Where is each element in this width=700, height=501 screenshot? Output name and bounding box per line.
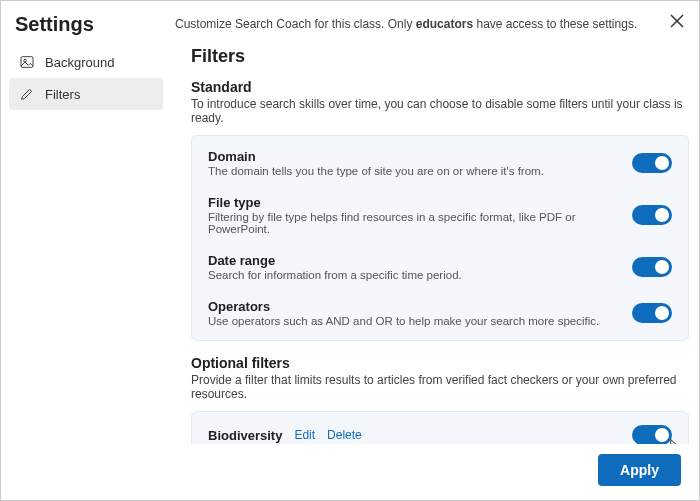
standard-heading: Standard [191, 79, 689, 95]
toggle-domain[interactable] [632, 153, 672, 173]
pencil-icon [19, 86, 35, 102]
subtitle-pre: Customize Search Coach for this class. O… [175, 17, 416, 31]
optional-heading: Optional filters [191, 355, 689, 371]
row-biodiversity: Biodiversity Edit Delete [192, 416, 688, 444]
toggle-operators[interactable] [632, 303, 672, 323]
settings-modal: Settings Customize Search Coach for this… [0, 0, 700, 501]
close-button[interactable] [665, 9, 689, 33]
sidebar-item-label: Filters [45, 87, 80, 102]
sidebar-item-filters[interactable]: Filters [9, 78, 163, 110]
optional-card: Biodiversity Edit Delete Fact check [191, 411, 689, 444]
subtitle-post: have access to these settings. [473, 17, 637, 31]
close-icon [670, 14, 684, 28]
apply-button[interactable]: Apply [598, 454, 681, 486]
row-title: File type [208, 195, 632, 210]
toggle-file-type[interactable] [632, 205, 672, 225]
row-date-range: Date range Search for information from a… [192, 244, 688, 290]
subtitle-bold: educators [416, 17, 473, 31]
row-title-text: Biodiversity [208, 428, 282, 443]
row-domain: Domain The domain tells you the type of … [192, 140, 688, 186]
row-file-type: File type Filtering by file type helps f… [192, 186, 688, 244]
sidebar: Background Filters [1, 36, 171, 500]
optional-desc: Provide a filter that limits results to … [191, 373, 689, 401]
sidebar-item-label: Background [45, 55, 114, 70]
modal-title: Settings [15, 13, 175, 36]
sidebar-item-background[interactable]: Background [9, 46, 163, 78]
delete-link[interactable]: Delete [327, 428, 362, 442]
svg-rect-2 [21, 57, 33, 68]
content-scroll[interactable]: Filters Standard To introduce search ski… [171, 36, 699, 444]
modal-header: Settings Customize Search Coach for this… [1, 1, 699, 36]
row-title: Operators [208, 299, 632, 314]
row-title: Domain [208, 149, 632, 164]
standard-card: Domain The domain tells you the type of … [191, 135, 689, 341]
standard-desc: To introduce search skills over time, yo… [191, 97, 689, 125]
main-wrap: Filters Standard To introduce search ski… [171, 36, 699, 500]
row-desc: Search for information from a specific t… [208, 269, 632, 281]
image-icon [19, 54, 35, 70]
edit-link[interactable]: Edit [294, 428, 315, 442]
toggle-date-range[interactable] [632, 257, 672, 277]
modal-body: Background Filters Filters Standard To i… [1, 36, 699, 500]
row-operators: Operators Use operators such as AND and … [192, 290, 688, 336]
page-title: Filters [191, 46, 689, 67]
row-title: Date range [208, 253, 632, 268]
modal-footer: Apply [171, 444, 699, 500]
modal-subtitle: Customize Search Coach for this class. O… [175, 13, 685, 31]
row-desc: Filtering by file type helps find resour… [208, 211, 632, 235]
row-desc: The domain tells you the type of site yo… [208, 165, 632, 177]
row-title: Biodiversity Edit Delete [208, 428, 632, 443]
toggle-biodiversity[interactable] [632, 425, 672, 444]
row-desc: Use operators such as AND and OR to help… [208, 315, 632, 327]
